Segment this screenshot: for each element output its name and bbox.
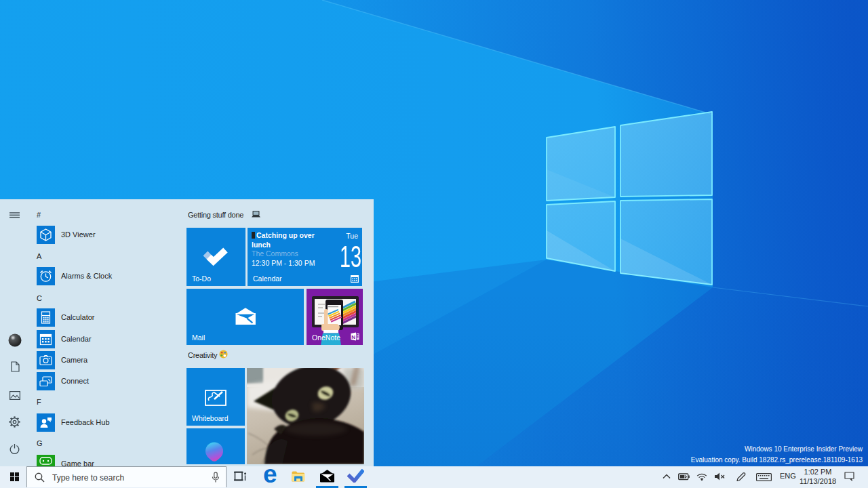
svg-text:N: N — [351, 334, 355, 340]
